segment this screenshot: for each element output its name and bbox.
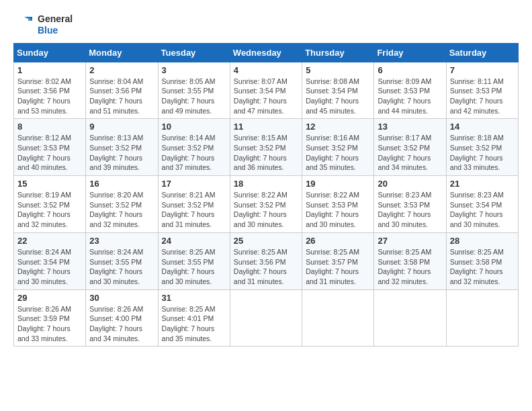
calendar-table: SundayMondayTuesdayWednesdayThursdayFrid… bbox=[13, 43, 519, 347]
day-number: 26 bbox=[306, 236, 370, 246]
day-info: Sunrise: 8:26 AM Sunset: 4:00 PM Dayligh… bbox=[89, 304, 154, 344]
logo: General Blue bbox=[13, 13, 73, 36]
calendar-cell: 7 Sunrise: 8:11 AM Sunset: 3:53 PM Dayli… bbox=[446, 62, 518, 119]
weekday-header-thursday: Thursday bbox=[302, 43, 374, 62]
day-info: Sunrise: 8:20 AM Sunset: 3:52 PM Dayligh… bbox=[89, 190, 154, 230]
day-info: Sunrise: 8:22 AM Sunset: 3:52 PM Dayligh… bbox=[234, 190, 298, 230]
calendar-cell: 1 Sunrise: 8:02 AM Sunset: 3:56 PM Dayli… bbox=[14, 62, 86, 119]
day-info: Sunrise: 8:23 AM Sunset: 3:53 PM Dayligh… bbox=[378, 190, 442, 230]
day-info: Sunrise: 8:24 AM Sunset: 3:54 PM Dayligh… bbox=[17, 247, 82, 287]
calendar-cell: 30 Sunrise: 8:26 AM Sunset: 4:00 PM Dayl… bbox=[86, 289, 158, 347]
day-number: 6 bbox=[378, 65, 442, 75]
calendar-cell: 3 Sunrise: 8:05 AM Sunset: 3:55 PM Dayli… bbox=[158, 62, 230, 119]
day-info: Sunrise: 8:05 AM Sunset: 3:55 PM Dayligh… bbox=[162, 77, 226, 116]
calendar-cell: 13 Sunrise: 8:17 AM Sunset: 3:52 PM Dayl… bbox=[374, 119, 446, 176]
day-number: 25 bbox=[234, 236, 298, 246]
day-number: 3 bbox=[162, 65, 226, 75]
day-number: 14 bbox=[450, 122, 515, 132]
weekday-header-sunday: Sunday bbox=[14, 43, 86, 62]
day-number: 28 bbox=[450, 236, 515, 246]
calendar-cell: 29 Sunrise: 8:26 AM Sunset: 3:59 PM Dayl… bbox=[14, 289, 86, 347]
day-info: Sunrise: 8:14 AM Sunset: 3:52 PM Dayligh… bbox=[162, 133, 226, 173]
calendar-cell: 25 Sunrise: 8:25 AM Sunset: 3:56 PM Dayl… bbox=[230, 232, 302, 289]
calendar-cell: 31 Sunrise: 8:25 AM Sunset: 4:01 PM Dayl… bbox=[158, 289, 230, 347]
day-number: 4 bbox=[234, 65, 298, 75]
weekday-header-wednesday: Wednesday bbox=[230, 43, 302, 62]
calendar-cell: 2 Sunrise: 8:04 AM Sunset: 3:56 PM Dayli… bbox=[86, 62, 158, 119]
calendar-cell: 11 Sunrise: 8:15 AM Sunset: 3:52 PM Dayl… bbox=[230, 119, 302, 176]
calendar-cell: 19 Sunrise: 8:22 AM Sunset: 3:53 PM Dayl… bbox=[302, 176, 374, 233]
day-info: Sunrise: 8:04 AM Sunset: 3:56 PM Dayligh… bbox=[89, 77, 154, 116]
calendar-cell bbox=[230, 289, 302, 347]
calendar-cell bbox=[302, 289, 374, 347]
calendar-week-row: 8 Sunrise: 8:12 AM Sunset: 3:53 PM Dayli… bbox=[14, 119, 519, 176]
calendar-cell: 23 Sunrise: 8:24 AM Sunset: 3:55 PM Dayl… bbox=[86, 232, 158, 289]
calendar-cell: 17 Sunrise: 8:21 AM Sunset: 3:52 PM Dayl… bbox=[158, 176, 230, 233]
day-info: Sunrise: 8:25 AM Sunset: 3:58 PM Dayligh… bbox=[378, 247, 442, 287]
calendar-cell: 16 Sunrise: 8:20 AM Sunset: 3:52 PM Dayl… bbox=[86, 176, 158, 233]
weekday-header-monday: Monday bbox=[86, 43, 158, 62]
day-info: Sunrise: 8:15 AM Sunset: 3:52 PM Dayligh… bbox=[234, 133, 298, 173]
day-number: 9 bbox=[89, 122, 154, 132]
calendar-cell: 18 Sunrise: 8:22 AM Sunset: 3:52 PM Dayl… bbox=[230, 176, 302, 233]
calendar-cell: 27 Sunrise: 8:25 AM Sunset: 3:58 PM Dayl… bbox=[374, 232, 446, 289]
calendar-cell: 24 Sunrise: 8:25 AM Sunset: 3:55 PM Dayl… bbox=[158, 232, 230, 289]
day-number: 19 bbox=[306, 179, 370, 189]
logo-text-block: General Blue bbox=[38, 13, 73, 36]
day-number: 30 bbox=[89, 293, 154, 303]
calendar-cell: 10 Sunrise: 8:14 AM Sunset: 3:52 PM Dayl… bbox=[158, 119, 230, 176]
calendar-cell: 9 Sunrise: 8:13 AM Sunset: 3:52 PM Dayli… bbox=[86, 119, 158, 176]
calendar-week-row: 1 Sunrise: 8:02 AM Sunset: 3:56 PM Dayli… bbox=[14, 62, 519, 119]
day-info: Sunrise: 8:23 AM Sunset: 3:54 PM Dayligh… bbox=[450, 190, 515, 230]
day-number: 22 bbox=[17, 236, 82, 246]
day-info: Sunrise: 8:22 AM Sunset: 3:53 PM Dayligh… bbox=[306, 190, 370, 230]
day-number: 7 bbox=[450, 65, 515, 75]
calendar-cell: 20 Sunrise: 8:23 AM Sunset: 3:53 PM Dayl… bbox=[374, 176, 446, 233]
day-info: Sunrise: 8:13 AM Sunset: 3:52 PM Dayligh… bbox=[89, 133, 154, 173]
calendar-cell: 22 Sunrise: 8:24 AM Sunset: 3:54 PM Dayl… bbox=[14, 232, 86, 289]
day-info: Sunrise: 8:19 AM Sunset: 3:52 PM Dayligh… bbox=[17, 190, 82, 230]
calendar-cell: 6 Sunrise: 8:09 AM Sunset: 3:53 PM Dayli… bbox=[374, 62, 446, 119]
day-info: Sunrise: 8:09 AM Sunset: 3:53 PM Dayligh… bbox=[378, 77, 442, 116]
weekday-header-row: SundayMondayTuesdayWednesdayThursdayFrid… bbox=[14, 43, 519, 62]
day-number: 23 bbox=[89, 236, 154, 246]
day-number: 2 bbox=[89, 65, 154, 75]
calendar-week-row: 29 Sunrise: 8:26 AM Sunset: 3:59 PM Dayl… bbox=[14, 289, 519, 347]
weekday-header-friday: Friday bbox=[374, 43, 446, 62]
calendar-cell: 12 Sunrise: 8:16 AM Sunset: 3:52 PM Dayl… bbox=[302, 119, 374, 176]
day-info: Sunrise: 8:21 AM Sunset: 3:52 PM Dayligh… bbox=[162, 190, 226, 230]
calendar-cell: 26 Sunrise: 8:25 AM Sunset: 3:57 PM Dayl… bbox=[302, 232, 374, 289]
day-number: 11 bbox=[234, 122, 298, 132]
day-info: Sunrise: 8:25 AM Sunset: 3:58 PM Dayligh… bbox=[450, 247, 515, 287]
page-header: General Blue bbox=[13, 13, 519, 36]
day-number: 29 bbox=[17, 293, 82, 303]
day-info: Sunrise: 8:25 AM Sunset: 4:01 PM Dayligh… bbox=[162, 304, 226, 344]
calendar-cell: 14 Sunrise: 8:18 AM Sunset: 3:52 PM Dayl… bbox=[446, 119, 518, 176]
day-info: Sunrise: 8:17 AM Sunset: 3:52 PM Dayligh… bbox=[378, 133, 442, 173]
day-number: 8 bbox=[17, 122, 82, 132]
calendar-week-row: 15 Sunrise: 8:19 AM Sunset: 3:52 PM Dayl… bbox=[14, 176, 519, 233]
day-info: Sunrise: 8:07 AM Sunset: 3:54 PM Dayligh… bbox=[234, 77, 298, 116]
logo-icon bbox=[13, 14, 35, 36]
calendar-week-row: 22 Sunrise: 8:24 AM Sunset: 3:54 PM Dayl… bbox=[14, 232, 519, 289]
day-number: 15 bbox=[17, 179, 82, 189]
calendar-cell: 15 Sunrise: 8:19 AM Sunset: 3:52 PM Dayl… bbox=[14, 176, 86, 233]
day-number: 31 bbox=[162, 293, 226, 303]
day-info: Sunrise: 8:11 AM Sunset: 3:53 PM Dayligh… bbox=[450, 77, 515, 116]
day-info: Sunrise: 8:25 AM Sunset: 3:55 PM Dayligh… bbox=[162, 247, 226, 287]
day-info: Sunrise: 8:08 AM Sunset: 3:54 PM Dayligh… bbox=[306, 77, 370, 116]
day-number: 24 bbox=[162, 236, 226, 246]
calendar-cell: 4 Sunrise: 8:07 AM Sunset: 3:54 PM Dayli… bbox=[230, 62, 302, 119]
day-info: Sunrise: 8:12 AM Sunset: 3:53 PM Dayligh… bbox=[17, 133, 82, 173]
day-info: Sunrise: 8:24 AM Sunset: 3:55 PM Dayligh… bbox=[89, 247, 154, 287]
calendar-cell: 8 Sunrise: 8:12 AM Sunset: 3:53 PM Dayli… bbox=[14, 119, 86, 176]
weekday-header-saturday: Saturday bbox=[446, 43, 518, 62]
day-number: 18 bbox=[234, 179, 298, 189]
day-number: 5 bbox=[306, 65, 370, 75]
day-number: 10 bbox=[162, 122, 226, 132]
day-info: Sunrise: 8:26 AM Sunset: 3:59 PM Dayligh… bbox=[17, 304, 82, 344]
calendar-cell: 5 Sunrise: 8:08 AM Sunset: 3:54 PM Dayli… bbox=[302, 62, 374, 119]
day-number: 20 bbox=[378, 179, 442, 189]
calendar-cell bbox=[374, 289, 446, 347]
day-number: 12 bbox=[306, 122, 370, 132]
